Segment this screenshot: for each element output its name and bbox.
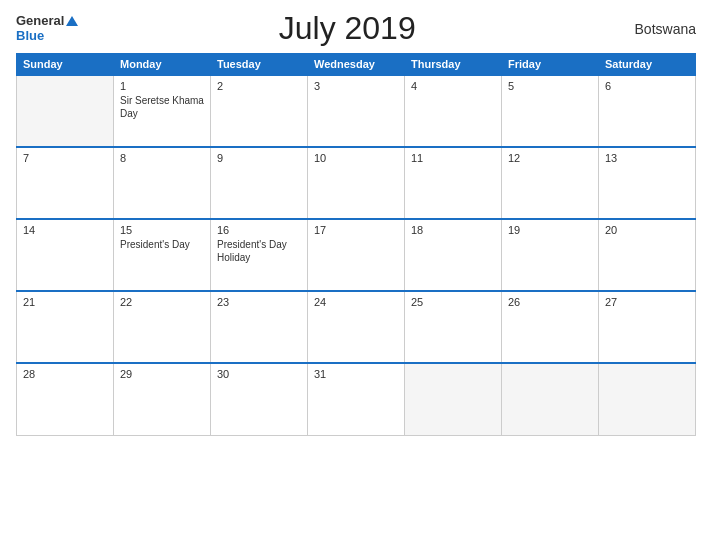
day-number: 31 xyxy=(314,368,398,380)
day-number: 26 xyxy=(508,296,592,308)
day-number: 14 xyxy=(23,224,107,236)
calendar-day-cell: 12 xyxy=(502,147,599,219)
weekday-header-row: SundayMondayTuesdayWednesdayThursdayFrid… xyxy=(17,54,696,76)
calendar-day-cell: 18 xyxy=(405,219,502,291)
day-event: President's Day Holiday xyxy=(217,239,287,263)
calendar-body: 1Sir Seretse Khama Day234567891011121314… xyxy=(17,75,696,435)
calendar-header: General Blue July 2019 Botswana xyxy=(16,10,696,47)
day-number: 13 xyxy=(605,152,689,164)
calendar-day-cell: 30 xyxy=(211,363,308,435)
day-number: 5 xyxy=(508,80,592,92)
calendar-table: SundayMondayTuesdayWednesdayThursdayFrid… xyxy=(16,53,696,436)
day-number: 23 xyxy=(217,296,301,308)
day-number: 29 xyxy=(120,368,204,380)
day-number: 17 xyxy=(314,224,398,236)
calendar-day-cell: 7 xyxy=(17,147,114,219)
day-number: 21 xyxy=(23,296,107,308)
calendar-day-cell xyxy=(17,75,114,147)
weekday-header-wednesday: Wednesday xyxy=(308,54,405,76)
calendar-day-cell xyxy=(599,363,696,435)
calendar-day-cell: 25 xyxy=(405,291,502,363)
day-number: 7 xyxy=(23,152,107,164)
logo-blue-text: Blue xyxy=(16,29,44,43)
day-number: 8 xyxy=(120,152,204,164)
calendar-day-cell: 19 xyxy=(502,219,599,291)
logo-general-text: General xyxy=(16,14,78,28)
calendar-day-cell: 27 xyxy=(599,291,696,363)
day-number: 4 xyxy=(411,80,495,92)
calendar-day-cell: 15President's Day xyxy=(114,219,211,291)
calendar-day-cell xyxy=(502,363,599,435)
day-number: 27 xyxy=(605,296,689,308)
day-number: 3 xyxy=(314,80,398,92)
day-number: 19 xyxy=(508,224,592,236)
day-number: 25 xyxy=(411,296,495,308)
day-number: 15 xyxy=(120,224,204,236)
logo-triangle-icon xyxy=(66,16,78,26)
day-number: 2 xyxy=(217,80,301,92)
day-number: 24 xyxy=(314,296,398,308)
calendar-header-row: SundayMondayTuesdayWednesdayThursdayFrid… xyxy=(17,54,696,76)
calendar-week-row: 78910111213 xyxy=(17,147,696,219)
weekday-header-friday: Friday xyxy=(502,54,599,76)
calendar-page: General Blue July 2019 Botswana SundayMo… xyxy=(0,0,712,550)
calendar-day-cell: 24 xyxy=(308,291,405,363)
calendar-day-cell: 23 xyxy=(211,291,308,363)
day-number: 11 xyxy=(411,152,495,164)
calendar-week-row: 1415President's Day16President's Day Hol… xyxy=(17,219,696,291)
day-number: 6 xyxy=(605,80,689,92)
day-number: 22 xyxy=(120,296,204,308)
calendar-day-cell: 10 xyxy=(308,147,405,219)
day-number: 10 xyxy=(314,152,398,164)
day-event: President's Day xyxy=(120,239,190,250)
logo: General Blue xyxy=(16,14,78,43)
calendar-week-row: 21222324252627 xyxy=(17,291,696,363)
calendar-day-cell: 17 xyxy=(308,219,405,291)
calendar-day-cell: 20 xyxy=(599,219,696,291)
calendar-day-cell: 29 xyxy=(114,363,211,435)
calendar-week-row: 1Sir Seretse Khama Day23456 xyxy=(17,75,696,147)
calendar-day-cell xyxy=(405,363,502,435)
calendar-day-cell: 8 xyxy=(114,147,211,219)
calendar-day-cell: 28 xyxy=(17,363,114,435)
month-title: July 2019 xyxy=(78,10,616,47)
calendar-day-cell: 22 xyxy=(114,291,211,363)
calendar-day-cell: 16President's Day Holiday xyxy=(211,219,308,291)
calendar-day-cell: 13 xyxy=(599,147,696,219)
weekday-header-monday: Monday xyxy=(114,54,211,76)
day-number: 28 xyxy=(23,368,107,380)
weekday-header-tuesday: Tuesday xyxy=(211,54,308,76)
weekday-header-sunday: Sunday xyxy=(17,54,114,76)
day-number: 30 xyxy=(217,368,301,380)
calendar-day-cell: 11 xyxy=(405,147,502,219)
calendar-day-cell: 9 xyxy=(211,147,308,219)
day-number: 18 xyxy=(411,224,495,236)
country-label: Botswana xyxy=(616,21,696,37)
weekday-header-thursday: Thursday xyxy=(405,54,502,76)
calendar-day-cell: 26 xyxy=(502,291,599,363)
calendar-day-cell: 4 xyxy=(405,75,502,147)
day-number: 9 xyxy=(217,152,301,164)
calendar-day-cell: 5 xyxy=(502,75,599,147)
calendar-day-cell: 6 xyxy=(599,75,696,147)
calendar-day-cell: 14 xyxy=(17,219,114,291)
weekday-header-saturday: Saturday xyxy=(599,54,696,76)
logo-general-label: General xyxy=(16,14,64,28)
day-number: 20 xyxy=(605,224,689,236)
calendar-day-cell: 21 xyxy=(17,291,114,363)
day-event: Sir Seretse Khama Day xyxy=(120,95,204,119)
calendar-day-cell: 1Sir Seretse Khama Day xyxy=(114,75,211,147)
calendar-day-cell: 2 xyxy=(211,75,308,147)
day-number: 16 xyxy=(217,224,301,236)
day-number: 12 xyxy=(508,152,592,164)
calendar-day-cell: 3 xyxy=(308,75,405,147)
calendar-week-row: 28293031 xyxy=(17,363,696,435)
day-number: 1 xyxy=(120,80,204,92)
calendar-day-cell: 31 xyxy=(308,363,405,435)
